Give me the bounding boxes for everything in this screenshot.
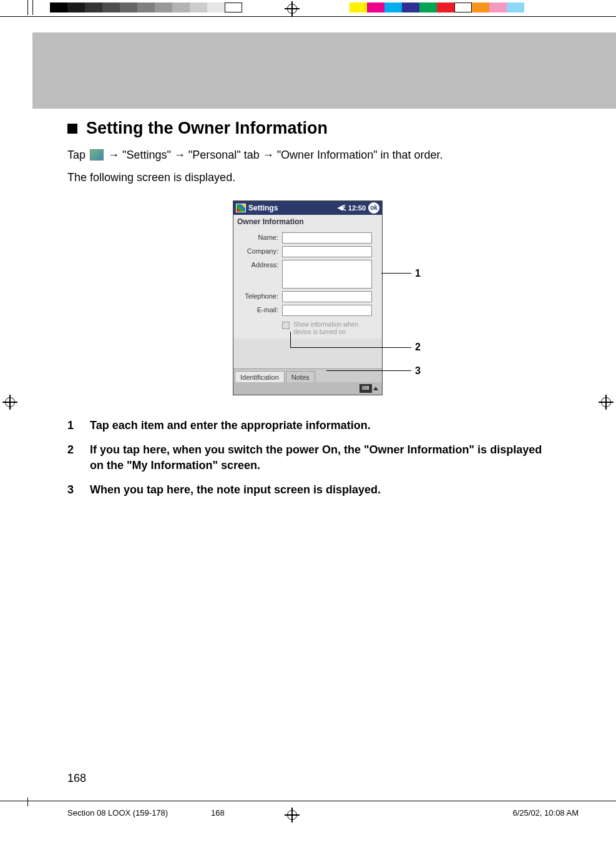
intro-line-2: The following screen is displayed. bbox=[67, 169, 548, 187]
callout-number-2: 2 bbox=[415, 342, 421, 353]
tab-identification[interactable]: Identification bbox=[235, 371, 285, 383]
ok-button[interactable]: ok bbox=[368, 202, 379, 214]
footer-section: Section 08 LOOX (159-178) bbox=[67, 808, 168, 818]
color-swatches bbox=[350, 2, 524, 12]
footer-page: 168 bbox=[211, 808, 225, 818]
page-content: Setting the Owner Information Tap → "Set… bbox=[67, 119, 548, 507]
start-menu-icon bbox=[90, 149, 104, 161]
checkbox-label: Show information when device is turned o… bbox=[293, 321, 377, 336]
intro-sequence: → "Settings" → "Personal" tab → "Owner I… bbox=[108, 149, 443, 161]
callout-number-3: 3 bbox=[415, 365, 421, 377]
crop-rule bbox=[0, 16, 616, 17]
page-number: 168 bbox=[67, 772, 86, 785]
step-text: Tap each item and enter the appropriate … bbox=[90, 418, 548, 433]
step-row: 1 Tap each item and enter the appropriat… bbox=[67, 418, 548, 433]
step-row: 2 If you tap here, when you switch the p… bbox=[67, 442, 548, 473]
registration-bar-top bbox=[0, 0, 616, 15]
footer-datetime: 6/25/02, 10:08 AM bbox=[512, 808, 579, 818]
input-company[interactable] bbox=[282, 246, 372, 257]
label-address: Address: bbox=[233, 260, 282, 269]
tab-bar: Identification Notes bbox=[233, 368, 382, 382]
footer-rule bbox=[0, 801, 616, 801]
step-number: 1 bbox=[67, 418, 90, 433]
screen-subtitle: Owner Information bbox=[233, 215, 382, 229]
input-name[interactable] bbox=[282, 232, 372, 244]
titlebar-app: Settings bbox=[248, 204, 278, 212]
step-number: 3 bbox=[67, 482, 90, 498]
registration-cross-icon bbox=[285, 808, 300, 823]
input-telephone[interactable] bbox=[282, 291, 372, 302]
grayscale-swatches bbox=[50, 2, 242, 12]
section-heading: Setting the Owner Information bbox=[67, 119, 548, 138]
step-number: 2 bbox=[67, 442, 90, 473]
window-titlebar: Settings ◀ξ 12:50 ok bbox=[233, 201, 382, 215]
intro-line-1: Tap → "Settings" → "Personal" tab → "Own… bbox=[67, 147, 548, 164]
pocketpc-window: Settings ◀ξ 12:50 ok Owner Information N… bbox=[233, 200, 383, 395]
steps-list: 1 Tap each item and enter the appropriat… bbox=[67, 418, 548, 498]
tab-notes[interactable]: Notes bbox=[286, 371, 315, 383]
label-name: Name: bbox=[233, 232, 282, 241]
keyboard-icon[interactable]: ⌨ bbox=[359, 384, 372, 393]
speaker-icon[interactable]: ◀ξ bbox=[338, 204, 346, 212]
input-email[interactable] bbox=[282, 305, 372, 316]
sip-up-arrow-icon[interactable] bbox=[373, 387, 378, 390]
step-text: When you tap here, the note input screen… bbox=[90, 482, 548, 498]
label-telephone: Telephone: bbox=[233, 291, 282, 300]
input-address[interactable] bbox=[282, 260, 372, 289]
step-text: If you tap here, when you switch the pow… bbox=[90, 442, 548, 473]
registration-cross-icon bbox=[599, 395, 614, 410]
crop-mark bbox=[27, 0, 28, 15]
callout-number-1: 1 bbox=[415, 268, 421, 279]
label-email: E-mail: bbox=[233, 305, 282, 314]
intro-pre: Tap bbox=[67, 149, 89, 161]
step-row: 3 When you tap here, the note input scre… bbox=[67, 482, 548, 498]
screenshot-figure: Settings ◀ξ 12:50 ok Owner Information N… bbox=[67, 200, 548, 407]
titlebar-time: 12:50 bbox=[348, 204, 366, 212]
start-flag-icon[interactable] bbox=[236, 204, 246, 212]
section-heading-text: Setting the Owner Information bbox=[86, 119, 328, 138]
callout-line-1 bbox=[381, 273, 411, 274]
crop-mark bbox=[32, 0, 33, 15]
checkbox-show-info[interactable] bbox=[282, 322, 290, 329]
sip-bar: ⌨ bbox=[233, 382, 382, 395]
label-company: Company: bbox=[233, 246, 282, 255]
registration-cross-icon bbox=[285, 1, 300, 16]
square-bullet-icon bbox=[67, 124, 77, 134]
crop-mark bbox=[27, 798, 28, 806]
owner-info-form: Name: Company: Address: Telephone: E-mai… bbox=[233, 229, 382, 338]
chapter-header-band bbox=[32, 32, 616, 109]
footer-slug: Section 08 LOOX (159-178) 168 6/25/02, 1… bbox=[67, 808, 579, 818]
registration-cross-icon bbox=[2, 395, 17, 410]
